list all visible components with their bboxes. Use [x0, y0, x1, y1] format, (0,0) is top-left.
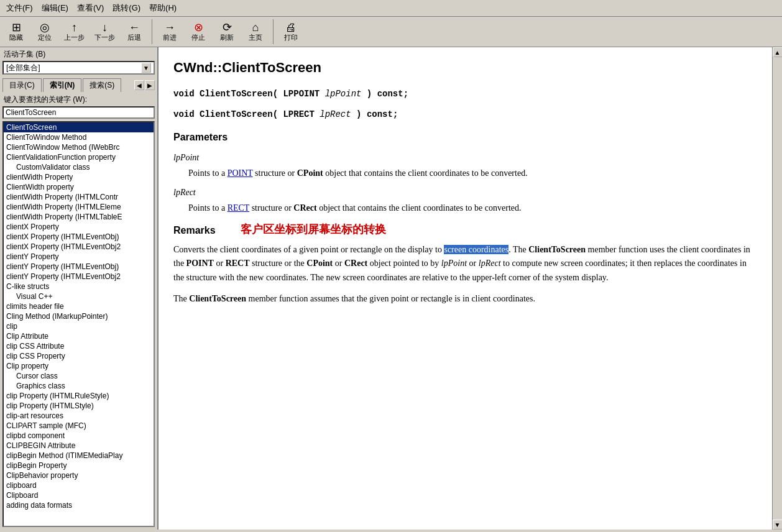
forward-button[interactable]: → 前进	[156, 20, 183, 44]
nav-next-icon[interactable]: ▶	[145, 80, 155, 90]
list-item[interactable]: clientY Property	[4, 252, 154, 262]
back-label: 后退	[127, 33, 141, 42]
tab-search[interactable]: 搜索(S)	[83, 78, 121, 92]
menu-jump[interactable]: 跳转(G)	[109, 1, 144, 15]
list-item[interactable]: clientX Property (IHTMLEventObj)	[4, 232, 154, 242]
menubar: 文件(F) 编辑(E) 查看(V) 跳转(G) 帮助(H)	[0, 0, 782, 17]
dropdown-arrow-icon[interactable]: ▼	[141, 63, 151, 73]
list-item[interactable]: clip	[4, 321, 154, 331]
toolbar: ⊞ 隐藏 ◎ 定位 ↑ 上一步 ↓ 下一步 ← 后退 → 前进 ⊗ 停止 ⟳ 刷…	[0, 17, 782, 47]
locate-button[interactable]: ◎ 定位	[31, 20, 58, 44]
list-item[interactable]: clip CSS Property	[4, 351, 154, 361]
refresh-label: 刷新	[220, 33, 234, 42]
list-item[interactable]: ClientWidth property	[4, 182, 154, 192]
locate-icon: ◎	[40, 22, 50, 33]
param-lprect-name: lpRect	[173, 186, 757, 199]
list-item[interactable]: clip Property (IHTMLRuleStyle)	[4, 391, 154, 401]
list-item[interactable]: clip-art resources	[4, 411, 154, 421]
list-item[interactable]: clientY Property (IHTMLEventObj)	[4, 262, 154, 272]
right-panel: CWnd::ClientToScreen void ClientToScreen…	[159, 47, 772, 530]
tab-index[interactable]: 索引(N)	[43, 78, 82, 92]
next-label: 下一步	[94, 33, 115, 42]
hide-button[interactable]: ⊞ 隐藏	[2, 20, 30, 44]
list-item[interactable]: adding data formats	[4, 500, 154, 510]
remarks-paragraph-2: The ClientToScreen member function assum…	[173, 292, 757, 306]
back-button[interactable]: ← 后退	[121, 20, 148, 44]
index-list[interactable]: ClientToScreenClientToWindow MethodClien…	[2, 121, 155, 527]
rect-link[interactable]: RECT	[228, 203, 250, 213]
subset-value: [全部集合]	[6, 63, 40, 73]
right-scrollbar[interactable]: ▲ ▼	[772, 47, 782, 530]
menu-file[interactable]: 文件(F)	[2, 1, 37, 15]
list-item[interactable]: Clipboard	[4, 490, 154, 500]
main-layout: 活动子集 (B) [全部集合] ▼ 目录(C) 索引(N) 搜索(S) ◀ ▶ …	[0, 47, 782, 530]
list-item[interactable]: ClipBehavior property	[4, 470, 154, 480]
param-lppoint-desc: Points to a POINT structure or CPoint ob…	[188, 167, 757, 180]
list-item[interactable]: climits header file	[4, 301, 154, 311]
list-item[interactable]: CustomValidator class	[4, 162, 154, 172]
stop-button[interactable]: ⊗ 停止	[185, 20, 212, 44]
subset-dropdown[interactable]: [全部集合] ▼	[2, 61, 155, 75]
list-item[interactable]: clientWidth Property	[4, 172, 154, 182]
nav-prev-icon[interactable]: ◀	[134, 80, 144, 90]
next-button[interactable]: ↓ 下一步	[90, 20, 119, 44]
list-item[interactable]: clientY Property (IHTMLEventObj2	[4, 272, 154, 282]
print-label: 打印	[284, 33, 298, 42]
forward-icon: →	[164, 22, 175, 33]
home-label: 主页	[249, 33, 262, 42]
print-button[interactable]: 🖨 打印	[277, 20, 305, 44]
parameters-heading: Parameters	[173, 130, 757, 145]
list-item[interactable]: clipboard	[4, 480, 154, 490]
list-item[interactable]: clipbd component	[4, 431, 154, 441]
list-item[interactable]: clip Property (IHTMLStyle)	[4, 401, 154, 411]
param-lppoint-name: lpPoint	[173, 151, 757, 164]
home-button[interactable]: ⌂ 主页	[242, 20, 269, 44]
list-item[interactable]: clientX Property (IHTMLEventObj2	[4, 242, 154, 252]
list-item[interactable]: Visual C++	[4, 291, 154, 301]
list-item[interactable]: clientWidth Property (IHTMLTableE	[4, 212, 154, 222]
search-input[interactable]	[2, 106, 155, 119]
list-item[interactable]: Clip Attribute	[4, 331, 154, 341]
tab-contents[interactable]: 目录(C)	[2, 78, 42, 92]
chinese-annotation: 客户区坐标到屏幕坐标的转换	[241, 221, 386, 238]
remarks-header-row: Remarks 客户区坐标到屏幕坐标的转换	[173, 223, 757, 238]
scroll-up-button[interactable]: ▲	[773, 47, 783, 57]
separator-2	[273, 19, 274, 44]
list-item[interactable]: clientWidth Property (IHTMLContr	[4, 192, 154, 202]
list-item[interactable]: Graphics class	[4, 381, 154, 391]
menu-help[interactable]: 帮助(H)	[145, 1, 180, 15]
left-panel: 活动子集 (B) [全部集合] ▼ 目录(C) 索引(N) 搜索(S) ◀ ▶ …	[0, 47, 159, 530]
list-item[interactable]: Cursor class	[4, 371, 154, 381]
list-item[interactable]: clip CSS Attribute	[4, 341, 154, 351]
print-icon: 🖨	[285, 22, 297, 33]
list-item[interactable]: ClientToWindow Method	[4, 132, 154, 142]
home-icon: ⌂	[252, 22, 259, 33]
list-item[interactable]: ClientToScreen	[4, 122, 154, 132]
list-item[interactable]: Cling Method (IMarkupPointer)	[4, 311, 154, 321]
menu-view[interactable]: 查看(V)	[73, 1, 108, 15]
list-item[interactable]: clientX Property	[4, 222, 154, 232]
param-lprect-desc: Points to a RECT structure or CRect obje…	[188, 201, 757, 214]
prev-button[interactable]: ↑ 上一步	[60, 20, 89, 44]
list-item[interactable]: clipBegin Property	[4, 461, 154, 470]
list-item[interactable]: CLIPART sample (MFC)	[4, 421, 154, 431]
menu-edit[interactable]: 编辑(E)	[38, 1, 72, 15]
search-label: 键入要查找的关键字 (W):	[0, 92, 157, 106]
remarks-heading: Remarks	[173, 223, 216, 238]
list-item[interactable]: ClientToWindow Method (IWebBrc	[4, 142, 154, 152]
signature-1: void ClientToScreen( LPPOINT lpPoint ) c…	[173, 88, 757, 101]
remarks-paragraph-1: Converts the client coordinates of a giv…	[173, 243, 757, 285]
list-item[interactable]: Clip property	[4, 361, 154, 371]
refresh-button[interactable]: ⟳ 刷新	[213, 20, 241, 44]
signature-2: void ClientToScreen( LPRECT lpRect ) con…	[173, 108, 757, 121]
scroll-down-button[interactable]: ▼	[773, 520, 783, 530]
list-item[interactable]: ClientValidationFunction property	[4, 152, 154, 162]
point-link[interactable]: POINT	[228, 168, 253, 178]
back-icon: ←	[129, 22, 140, 33]
list-item[interactable]: clientWidth Property (IHTMLEleme	[4, 202, 154, 212]
list-item[interactable]: C-like structs	[4, 282, 154, 291]
list-item[interactable]: CLIPBEGIN Attribute	[4, 441, 154, 451]
up-icon: ↑	[71, 22, 77, 33]
list-item[interactable]: clipBegin Method (ITIMEMediaPlay	[4, 451, 154, 461]
hide-label: 隐藏	[9, 33, 23, 42]
